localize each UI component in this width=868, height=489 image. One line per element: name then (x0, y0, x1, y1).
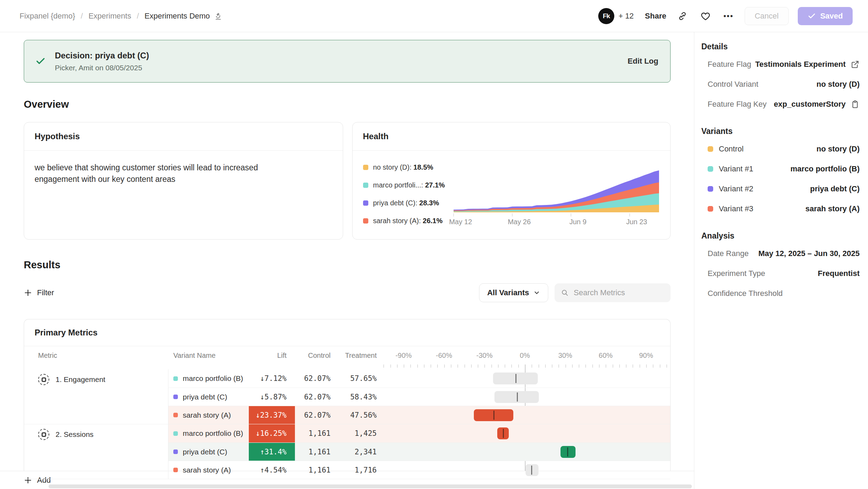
ci-minor-tick (592, 364, 593, 368)
variant-slot-label: Variant #2 (719, 184, 753, 193)
variant-color-swatch (708, 166, 713, 172)
variant-swatch (173, 431, 178, 436)
ci-minor-tick (383, 364, 384, 368)
variant-name-cell: priya debt (C) (168, 448, 249, 456)
ci-axis-label: 60% (599, 352, 613, 360)
search-icon (561, 288, 569, 297)
treatment-value: 47.56% (338, 411, 382, 419)
ci-minor-tick (505, 364, 505, 368)
metric-cell[interactable]: 2. Sessions (24, 424, 168, 479)
variant-result-row[interactable]: priya debt (C) ↑31.4% 1,161 2,341 (168, 442, 670, 461)
ci-minor-tick (632, 364, 633, 368)
clipboard-icon[interactable] (851, 100, 860, 109)
analysis-row: Date Range May 12, 2025 – Jun 30, 2025 (701, 243, 860, 263)
variant-color-swatch (708, 186, 713, 192)
avatar[interactable]: Fk (598, 8, 614, 24)
legend-label: no story (D): 18.5% (373, 163, 433, 171)
more-options-button[interactable]: ••• (722, 9, 736, 23)
ci-minor-tick (565, 364, 566, 368)
ci-minor-tick (613, 364, 613, 368)
column-header-metric: Metric (24, 352, 168, 360)
breadcrumb-project[interactable]: Fixpanel {demo} (20, 12, 75, 21)
horizontal-scrollbar[interactable] (49, 484, 692, 488)
legend-label: priya debt (C): 28.3% (373, 199, 439, 207)
variant-result-row[interactable]: priya debt (C) ↓5.87% 62.07% 58.43% (168, 388, 670, 406)
decision-title: Decision: priya debt (C) (55, 51, 149, 61)
edit-log-button[interactable]: Edit Log (628, 57, 658, 66)
ci-axis-labels: -90%-60%-30%0%30%60%90% (382, 346, 670, 364)
copy-link-icon[interactable] (675, 9, 689, 23)
share-button[interactable]: Share (645, 12, 666, 21)
analysis-row: Confidence Threshold (701, 283, 860, 303)
ci-minor-tick (606, 364, 606, 368)
breadcrumb-separator: / (137, 12, 139, 21)
ci-minor-tick (451, 364, 451, 368)
ci-axis-label: -90% (396, 352, 412, 360)
variant-result-row[interactable]: marco portfolio (B) ↓7.12% 62.07% 57.65% (168, 369, 670, 388)
metric-group: 1. Engagement marco portfolio (B) ↓7.12%… (24, 369, 670, 424)
detail-value[interactable]: Testimonials Experiment (755, 60, 846, 69)
favorite-heart-icon[interactable] (699, 9, 713, 23)
ci-axis-label: 0% (520, 352, 530, 360)
decision-check-icon (35, 56, 46, 66)
health-area-chart: May 12May 26Jun 9Jun 23 (451, 163, 663, 225)
lift-marker (493, 411, 494, 420)
cancel-button[interactable]: Cancel (745, 7, 789, 25)
variant-result-row[interactable]: marco portfolio (B) ↓16.25% 1,161 1,425 (168, 424, 670, 442)
ci-minor-tick (437, 364, 438, 368)
variant-result-row[interactable]: sarah story (A) ↓23.37% 62.07% 47.56% (168, 406, 670, 424)
ci-minor-tick (653, 364, 653, 368)
health-card: Health no story (D): 18.5% marco portfol… (352, 122, 671, 240)
variant-row: Variant #1 marco portfolio (B) (701, 159, 860, 179)
health-legend: no story (D): 18.5% marco portfoli...: 2… (363, 163, 452, 225)
ci-minor-tick (491, 364, 492, 368)
lift-badge: ↑31.4% (249, 443, 295, 461)
ci-axis-label: -60% (436, 352, 452, 360)
detail-row: Control Variant no story (D) (701, 74, 860, 94)
analysis-label: Experiment Type (708, 269, 765, 278)
ci-minor-tick (545, 364, 546, 368)
hypothesis-body: we believe that showing customer stories… (24, 151, 304, 197)
confidence-interval-cell (382, 388, 670, 406)
add-filter-button[interactable]: Filter (24, 288, 54, 297)
ci-axis-label: 30% (558, 352, 572, 360)
analysis-value: Frequentist (818, 269, 860, 278)
lift-badge: ↓16.25% (249, 424, 295, 442)
analysis-label: Date Range (708, 249, 748, 258)
column-header-treatment: Treatment (338, 352, 382, 360)
lift-marker (567, 447, 568, 456)
collaborators-count[interactable]: + 12 (619, 12, 634, 21)
variant-name-cell: marco portfolio (B) (168, 429, 249, 438)
breadcrumb-experiments[interactable]: Experiments (88, 12, 131, 21)
confidence-interval-cell (382, 369, 670, 388)
metric-group: 2. Sessions marco portfolio (B) ↓16.25% … (24, 424, 670, 479)
lift-badge: ↓23.37% (249, 406, 295, 424)
control-value: 1,161 (295, 466, 338, 474)
ci-minor-tick (417, 364, 418, 368)
variants-filter-dropdown[interactable]: All Variants (479, 283, 548, 302)
ci-minor-tick (599, 364, 600, 368)
lift-marker (515, 374, 516, 383)
detail-label: Feature Flag Key (708, 100, 767, 109)
saved-button[interactable]: Saved (798, 7, 853, 25)
confidence-interval-cell (382, 443, 670, 461)
x-axis-label: May 26 (508, 218, 531, 226)
detail-row: Feature Flag Key exp_customerStory (701, 94, 860, 114)
treatment-value: 57.65% (338, 374, 382, 383)
hypothesis-title: Hypothesis (24, 122, 343, 151)
health-title: Health (353, 122, 671, 151)
variant-name-cell: marco portfolio (B) (168, 374, 249, 383)
external-link-icon[interactable] (851, 60, 860, 69)
chevron-down-icon (533, 289, 540, 296)
control-value: 1,161 (295, 429, 338, 438)
primary-metrics-title: Primary Metrics (24, 319, 670, 346)
variant-color-swatch (708, 206, 713, 212)
search-metrics-input[interactable] (574, 288, 664, 297)
ci-axis-label: -30% (476, 352, 493, 360)
control-value: 62.07% (295, 411, 338, 419)
variant-name-cell: sarah story (A) (168, 466, 249, 474)
metric-cell[interactable]: 1. Engagement (24, 369, 168, 424)
details-section-title: Details (701, 42, 860, 51)
legend-item: sarah story (A): 26.1% (363, 217, 452, 225)
variant-result-row[interactable]: sarah story (A) ↑4.54% 1,161 1,716 (168, 461, 670, 479)
